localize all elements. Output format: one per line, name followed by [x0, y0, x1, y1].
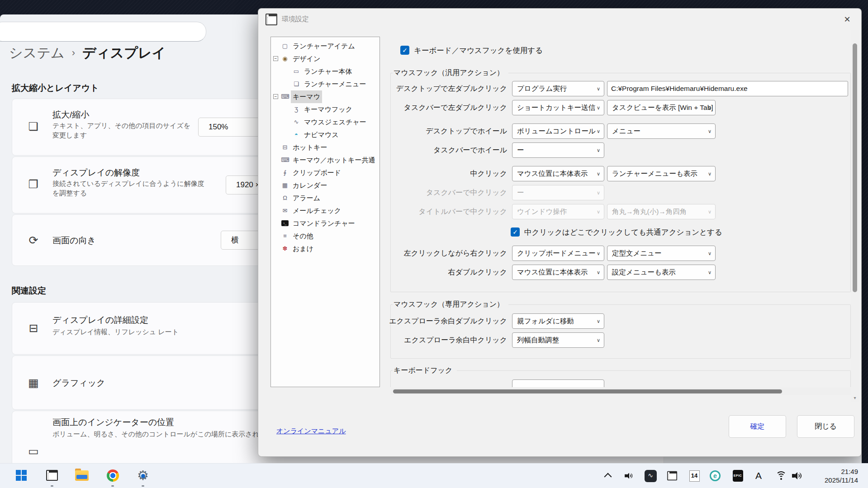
row-label: タスクバーで中クリック — [385, 185, 507, 200]
scale-icon: ❏ — [26, 120, 41, 133]
claunch-app-icon — [266, 14, 277, 25]
middle-click-common-label: 中クリックはどこでクリックしても共通アクションとする — [524, 227, 722, 237]
tree-item-launcher-body[interactable]: ▭ランチャー本体 — [271, 65, 379, 78]
claunch-tray-icon[interactable] — [665, 468, 679, 483]
orientation-icon: ⟳ — [26, 234, 41, 247]
graphics-icon: ▦ — [26, 376, 41, 389]
section-title-related: 関連設定 — [12, 285, 46, 297]
row-label: 右ダブルクリック — [385, 265, 507, 280]
calendar-tray-icon[interactable]: 14 — [688, 468, 701, 483]
falcon-app-tray-icon[interactable]: ∿ — [644, 468, 657, 483]
param-select[interactable]: メニュー∨ — [607, 123, 716, 139]
card-title: 拡大/縮小 — [52, 109, 89, 121]
action-select[interactable]: マウス位置に本体表示∨ — [512, 166, 604, 181]
breadcrumb-system[interactable]: システム — [9, 44, 65, 62]
action-select[interactable]: プログラム実行∨ — [512, 81, 604, 96]
row-label: 中クリック — [385, 166, 507, 181]
epic-games-tray-icon[interactable]: EPIC — [731, 468, 744, 483]
chevron-down-icon: ∨ — [597, 143, 600, 157]
close-icon[interactable]: ✕ — [840, 13, 854, 26]
chrome-taskbar-button[interactable] — [104, 466, 122, 484]
speaker-icon — [792, 471, 803, 480]
row-right-double-click: 右ダブルクリック マウス位置に本体表示∨ 設定メニューも表示∨ — [385, 265, 851, 280]
action-select-partial[interactable] — [512, 379, 604, 387]
tray-chevron-up-icon[interactable] — [602, 468, 614, 483]
tree-item-alarm[interactable]: Ωアラーム — [271, 192, 379, 204]
use-hook-label: キーボード／マウスフックを使用する — [414, 46, 543, 55]
action-select[interactable]: ショートカットキー送信∨ — [512, 100, 604, 115]
tree-item-launcher-menu[interactable]: ❏ランチャーメニュー — [271, 78, 379, 90]
tree-item-bonus[interactable]: ✽おまけ — [271, 242, 379, 255]
confirm-button[interactable]: 確定 — [729, 415, 786, 438]
group-title: マウスフック（汎用アクション） — [393, 68, 508, 78]
tree-item-command-launcher[interactable]: ›_コマンドランチャー — [271, 217, 379, 230]
page-title: ディスプレイ — [82, 44, 166, 62]
claunch-taskbar-button[interactable] — [43, 466, 61, 484]
scroll-down-arrow-icon[interactable]: ▾ — [851, 395, 859, 400]
row-label: エクスプローラ余白中クリック — [385, 332, 507, 348]
clock-time: 21:49 — [825, 467, 858, 476]
action-select[interactable]: ボリュームコントロール∨ — [512, 123, 604, 139]
chevron-down-icon: ∨ — [597, 185, 600, 200]
tree-item-design[interactable]: −◉デザイン — [271, 52, 379, 65]
wifi-icon[interactable] — [774, 468, 788, 483]
tree-item-calendar[interactable]: ▦カレンダー — [271, 179, 379, 192]
param-select[interactable]: 設定メニューも表示∨ — [607, 265, 716, 280]
tree-item-others[interactable]: ≡その他 — [271, 230, 379, 242]
param-select[interactable]: 定型文メニュー∨ — [607, 246, 716, 261]
launcher-body-icon: ▭ — [292, 65, 300, 78]
tree-item-keymouse-hook[interactable]: Ʒキーマウフック — [271, 103, 379, 116]
tree-expander[interactable]: − — [273, 94, 278, 99]
tree-expander[interactable]: − — [273, 56, 278, 61]
tree-item-clipboard[interactable]: ∮クリップボード — [271, 166, 379, 179]
vertical-scrollbar-thumb[interactable] — [853, 43, 857, 292]
settings-search-input[interactable] — [0, 22, 206, 42]
explorer-taskbar-button[interactable] — [73, 466, 91, 484]
horizontal-scrollbar-thumb[interactable] — [393, 389, 782, 393]
middle-click-common-checkbox[interactable]: ✓ — [511, 227, 520, 237]
tray-volume-mixer-icon[interactable] — [624, 469, 635, 482]
speaker-icon — [625, 472, 634, 479]
start-button[interactable] — [12, 466, 30, 484]
chevron-down-icon: ∨ — [597, 246, 600, 261]
row-desktop-wheel: デスクトップでホイール ボリュームコントロール∨ メニュー∨ — [385, 123, 851, 139]
envelope-icon: ✉ — [281, 204, 289, 217]
chevron-down-icon: ∨ — [597, 166, 600, 181]
tree-item-mouse-gesture[interactable]: ∿マウスジェスチャー — [271, 116, 379, 128]
eset-tray-icon[interactable]: e — [709, 468, 721, 483]
chrome-icon — [107, 469, 119, 482]
program-path-input[interactable] — [607, 81, 848, 96]
tree-item-keymouse-hotkey-common[interactable]: ⌨キーマウ／ホットキー共通 — [271, 154, 379, 166]
paperclip-icon: ∮ — [281, 166, 289, 179]
tree-item-keymouse[interactable]: −⌨キーマウ — [271, 90, 379, 103]
action-select[interactable]: 親フォルダに移動∨ — [512, 313, 604, 329]
close-button[interactable]: 閉じる — [797, 415, 854, 438]
taskbar: ⚙ ∿ 14 e EPIC A 21:49 2025/11/14 — [0, 463, 868, 488]
horizontal-scrollbar[interactable] — [390, 388, 851, 395]
action-select[interactable]: ー∨ — [512, 142, 604, 158]
clock-date: 2025/11/14 — [825, 476, 858, 484]
param-select[interactable]: ランチャーメニューも表示∨ — [607, 166, 716, 181]
tree-item-mail-check[interactable]: ✉メールチェック — [271, 204, 379, 217]
action-select[interactable]: マウス位置に本体表示∨ — [512, 265, 604, 280]
online-manual-link[interactable]: オンラインマニュアル — [276, 427, 346, 436]
use-hook-checkbox[interactable]: ✓ — [400, 46, 409, 55]
action-select[interactable]: 列幅自動調整∨ — [512, 332, 604, 348]
vertical-scrollbar[interactable]: ▾ — [851, 30, 859, 402]
action-select[interactable]: クリップボードメニュー∨ — [512, 246, 604, 261]
terminal-icon: ›_ — [281, 220, 289, 226]
ime-mode-indicator[interactable]: A — [752, 468, 765, 483]
tree-item-hotkey[interactable]: ⊟ホットキー — [271, 141, 379, 154]
row-taskbar-left-double-click: タスクバーで左ダブルクリック ショートカットキー送信∨ タスクビューを表示 [W… — [385, 100, 851, 115]
running-indicator — [142, 485, 144, 487]
group-title: マウスフック（専用アクション） — [393, 300, 508, 309]
taskbar-clock[interactable]: 21:49 2025/11/14 — [825, 467, 858, 484]
tree-item-navi-mouse[interactable]: ◓ナビマウス — [271, 128, 379, 141]
tree-item-launcher-item[interactable]: ▢ランチャーアイテム — [271, 40, 379, 52]
param-select[interactable]: タスクビューを表示 [Win + Tab]∨ — [607, 100, 716, 115]
chevron-down-icon: ∨ — [708, 100, 711, 115]
settings-taskbar-button[interactable]: ⚙ — [134, 466, 152, 484]
scale-select[interactable]: 150% — [198, 118, 262, 137]
volume-icon[interactable] — [791, 468, 804, 483]
card-title: 画面上のインジケーターの位置 — [52, 417, 174, 428]
